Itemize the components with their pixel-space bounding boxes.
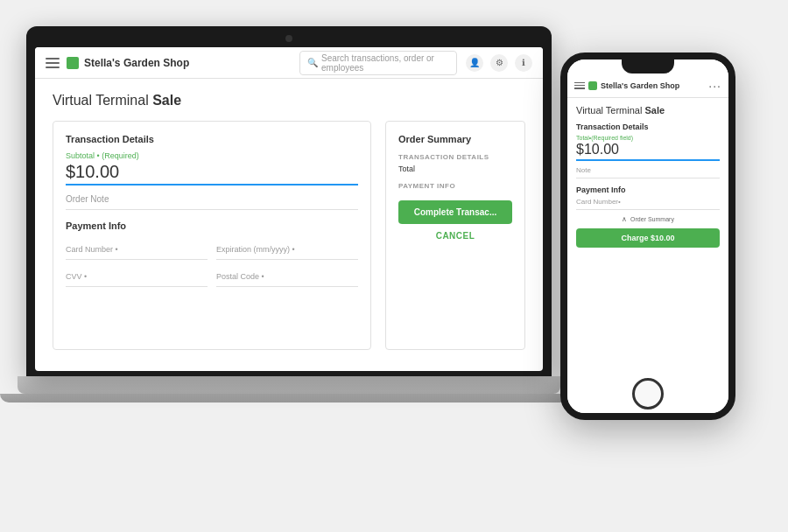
laptop-body: Stella's Garden Shop 🔍 Search transactio… (26, 26, 552, 376)
cvv-label: CVV • (66, 272, 87, 281)
expiration-label: Expiration (mm/yyyy) • (216, 245, 295, 254)
postal-field[interactable]: Postal Code • (216, 267, 358, 287)
subtotal-label: Subtotal • (Required) (66, 151, 358, 160)
card-number-field[interactable]: Card Number • (66, 240, 208, 260)
phone-home-button[interactable] (632, 378, 664, 410)
payment-info-summary-label: PAYMENT INFO (398, 182, 512, 190)
search-bar[interactable]: 🔍 Search transactions, order or employee… (299, 51, 457, 75)
phone-transaction-title: Transaction Details (576, 122, 720, 131)
phone-amount-input[interactable]: $10.00 (576, 142, 720, 161)
phone-order-summary-bar[interactable]: ∧ Order Summary (576, 215, 720, 223)
amount-input[interactable]: $10.00 (66, 162, 358, 186)
user-icon[interactable]: 👤 (466, 54, 483, 72)
phone-hamburger-icon[interactable] (574, 82, 585, 89)
phone-note-field[interactable]: Note (576, 166, 720, 178)
info-icon[interactable]: ℹ (515, 54, 532, 72)
payment-row-2: CVV • Postal Code • (66, 267, 358, 287)
phone-order-summary-label: Order Summary (630, 216, 674, 222)
payment-info-title: Payment Info (66, 220, 358, 231)
app-content: Virtual Terminal Sale Transaction Detail… (35, 79, 543, 371)
phone-header: Stella's Garden Shop ··· (567, 74, 728, 98)
transaction-details-summary-label: TRANSACTION DETAILS (398, 153, 512, 161)
chevron-up-icon: ∧ (622, 215, 627, 223)
phone-shop-logo-icon (588, 81, 597, 90)
phone-card-number-field[interactable]: Card Number• (576, 198, 720, 210)
laptop-screen: Stella's Garden Shop 🔍 Search transactio… (35, 47, 543, 371)
shop-name: Stella's Garden Shop (84, 57, 189, 69)
cancel-link[interactable]: CANCEL (398, 231, 512, 241)
page-title-bold: Sale (149, 93, 181, 108)
laptop-base (18, 376, 560, 394)
phone-device: Stella's Garden Shop ··· Virtual Termina… (560, 52, 735, 420)
main-layout: Transaction Details Subtotal • (Required… (53, 121, 525, 350)
order-note-field[interactable]: Order Note (66, 194, 358, 210)
transaction-details-title: Transaction Details (66, 134, 358, 144)
phone-shop-name: Stella's Garden Shop (601, 81, 708, 90)
phone-payment-title: Payment Info (576, 186, 720, 194)
phone-notch (622, 60, 674, 74)
shop-logo-icon (67, 57, 79, 69)
app-header: Stella's Garden Shop 🔍 Search transactio… (35, 47, 543, 79)
search-placeholder: Search transactions, order or employees (321, 53, 449, 73)
summary-total: Total (398, 164, 512, 173)
page-title-normal: Virtual Terminal (53, 93, 149, 108)
phone-screen: Stella's Garden Shop ··· Virtual Termina… (567, 60, 728, 413)
phone-title-bold: Sale (642, 105, 665, 116)
phone-more-icon[interactable]: ··· (708, 79, 721, 93)
laptop-camera (285, 35, 292, 42)
card-number-label: Card Number • (66, 245, 118, 254)
payment-row-1: Card Number • Expiration (mm/yyyy) • (66, 240, 358, 260)
expiration-field[interactable]: Expiration (mm/yyyy) • (216, 240, 358, 260)
phone-charge-button[interactable]: Charge $10.00 (576, 228, 720, 248)
phone-body: Stella's Garden Shop ··· Virtual Termina… (560, 52, 735, 420)
postal-label: Postal Code • (216, 272, 264, 281)
page-title: Virtual Terminal Sale (53, 93, 525, 108)
hamburger-icon[interactable] (46, 58, 60, 68)
search-icon: 🔍 (307, 58, 318, 67)
right-panel: Order Summary TRANSACTION DETAILS Total … (385, 121, 525, 350)
laptop-device: Stella's Garden Shop 🔍 Search transactio… (26, 26, 587, 481)
settings-icon[interactable]: ⚙ (490, 54, 508, 72)
cvv-field[interactable]: CVV • (66, 267, 208, 287)
complete-transaction-button[interactable]: Complete Transac... (398, 200, 512, 224)
phone-title-normal: Virtual Terminal (576, 105, 642, 116)
left-panel: Transaction Details Subtotal • (Required… (53, 121, 371, 350)
header-icons: 👤 ⚙ ℹ (466, 54, 532, 72)
phone-content: Virtual Terminal Sale Transaction Detail… (567, 98, 728, 413)
phone-total-label: Total•(Required field) (576, 135, 720, 141)
order-summary-title: Order Summary (398, 134, 512, 144)
laptop-bottom (0, 394, 578, 402)
phone-page-title: Virtual Terminal Sale (576, 105, 720, 116)
